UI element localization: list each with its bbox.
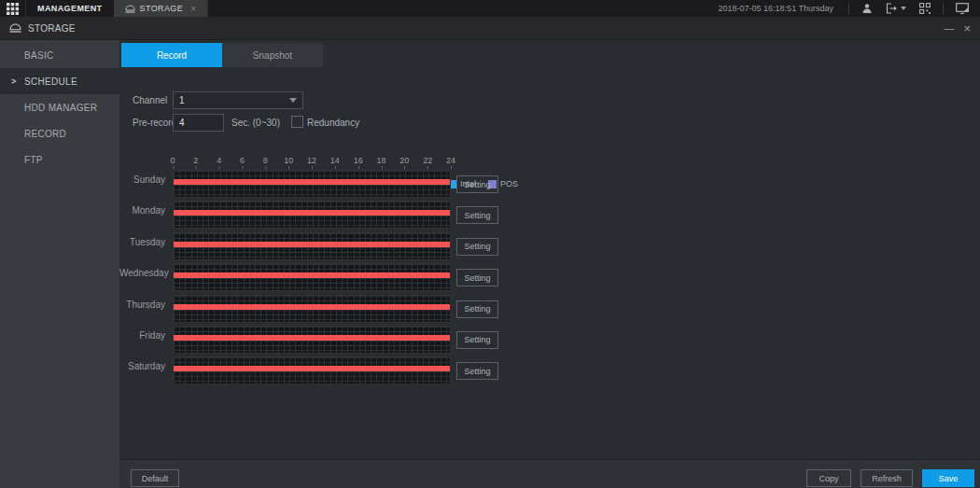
sidebar: BASIC > SCHEDULE HDD MANAGER RECORD FTP xyxy=(0,40,119,488)
taskbar-separator xyxy=(848,3,849,14)
tab-snapshot[interactable]: Snapshot xyxy=(222,43,323,67)
chevron-down-icon xyxy=(289,98,297,103)
sidebar-item-basic[interactable]: BASIC xyxy=(0,42,119,68)
channel-select[interactable]: 1 xyxy=(173,91,303,109)
schedule-bar xyxy=(174,242,450,247)
schedule-grid[interactable] xyxy=(173,263,451,291)
monitor-icon[interactable] xyxy=(949,0,980,17)
schedule-row-thursday: Thursday Setting xyxy=(119,295,980,323)
schedule-grid[interactable] xyxy=(173,170,451,198)
storage-icon xyxy=(125,5,135,13)
sidebar-item-label: RECORD xyxy=(24,129,66,139)
tab-management[interactable]: MANAGEMENT xyxy=(26,0,114,17)
day-label: Friday xyxy=(119,330,165,341)
setting-button[interactable]: Setting xyxy=(456,206,498,224)
footer-bar: Default Copy Refresh Save xyxy=(119,459,980,488)
tab-record-label: Record xyxy=(157,50,187,61)
redundancy-label: Redundancy xyxy=(307,118,359,128)
prerecord-label: Pre-record xyxy=(133,118,176,128)
redundancy-checkbox[interactable] xyxy=(291,116,303,128)
sidebar-item-label: BASIC xyxy=(24,50,54,61)
sidebar-item-record[interactable]: RECORD xyxy=(0,120,119,146)
chevron-down-icon xyxy=(901,7,906,10)
copy-button[interactable]: Copy xyxy=(806,469,851,487)
screen: MANAGEMENT STORAGE × 2018-07-05 16:18:51… xyxy=(0,0,980,488)
day-label: Sunday xyxy=(119,174,165,185)
sidebar-item-label: HDD MANAGER xyxy=(24,103,97,113)
schedule-bar xyxy=(174,366,450,371)
tab-storage[interactable]: STORAGE × xyxy=(114,0,209,17)
tab-close-icon[interactable]: × xyxy=(190,4,196,14)
setting-button[interactable]: Setting xyxy=(456,300,498,318)
day-label: Wednesday xyxy=(119,268,165,278)
minimize-button[interactable]: — xyxy=(944,22,954,34)
setting-button[interactable]: Setting xyxy=(456,175,498,193)
schedule-bar xyxy=(174,272,450,278)
apps-grid-icon[interactable] xyxy=(0,0,26,17)
channel-value: 1 xyxy=(179,95,185,105)
schedule-row-tuesday: Tuesday Setting xyxy=(119,232,980,260)
day-label: Saturday xyxy=(119,361,165,371)
schedule-grid[interactable] xyxy=(173,201,451,229)
window-titlebar: STORAGE — × xyxy=(0,17,980,40)
main-panel: Record Snapshot Channel 1 Pre-record Sec… xyxy=(119,40,980,488)
tab-record[interactable]: Record xyxy=(121,43,222,67)
refresh-button[interactable]: Refresh xyxy=(861,469,913,487)
taskbar: MANAGEMENT STORAGE × 2018-07-05 16:18:51… xyxy=(0,0,980,17)
day-label: Thursday xyxy=(119,300,165,310)
channel-label: Channel xyxy=(133,95,167,105)
day-label: Tuesday xyxy=(119,237,165,247)
schedule-row-wednesday: Wednesday Setting xyxy=(119,263,980,291)
sidebar-item-label: FTP xyxy=(24,155,43,165)
prerecord-unit-label: Sec. (0~30) xyxy=(231,118,280,128)
sidebar-item-ftp[interactable]: FTP xyxy=(0,146,119,173)
schedule-grid[interactable] xyxy=(173,232,451,260)
hour-axis: 0 2 4 6 8 10 12 14 16 18 20 22 24 xyxy=(173,156,451,170)
schedule-row-monday: Monday Setting xyxy=(119,201,980,229)
apps-grid-glyph xyxy=(7,3,19,15)
schedule-grid[interactable] xyxy=(173,295,451,323)
setting-button[interactable]: Setting xyxy=(456,238,498,256)
setting-button[interactable]: Setting xyxy=(456,331,498,349)
save-button[interactable]: Save xyxy=(922,469,974,487)
setting-button[interactable]: Setting xyxy=(456,362,498,380)
user-icon[interactable] xyxy=(855,0,879,17)
schedule-bar xyxy=(174,179,450,185)
qr-scan-icon[interactable] xyxy=(913,0,937,17)
schedule-bar xyxy=(174,210,450,216)
schedule-row-friday: Friday Setting xyxy=(119,326,980,354)
close-button[interactable]: × xyxy=(963,21,971,35)
tab-storage-label: STORAGE xyxy=(140,4,184,13)
tab-management-label: MANAGEMENT xyxy=(37,4,103,13)
active-arrow-icon: > xyxy=(11,77,17,86)
tab-snapshot-label: Snapshot xyxy=(253,50,292,61)
sidebar-item-schedule[interactable]: > SCHEDULE xyxy=(0,68,119,94)
prerecord-input[interactable] xyxy=(173,114,224,132)
taskbar-separator xyxy=(943,3,944,14)
datetime-label: 2018-07-05 16:18:51 Thursday xyxy=(719,4,833,13)
schedule-row-saturday: Saturday Setting xyxy=(119,356,980,384)
setting-button[interactable]: Setting xyxy=(456,269,498,286)
logout-icon[interactable] xyxy=(879,0,913,17)
sidebar-item-hdd-manager[interactable]: HDD MANAGER xyxy=(0,94,119,120)
schedule-bar xyxy=(174,335,450,341)
schedule-bar xyxy=(174,304,450,310)
schedule-grid[interactable] xyxy=(173,326,451,354)
schedule-grid[interactable] xyxy=(173,356,451,384)
default-button[interactable]: Default xyxy=(131,469,179,487)
schedule-row-sunday: Sunday Setting xyxy=(119,170,980,198)
storage-icon xyxy=(9,23,21,33)
sidebar-item-label: SCHEDULE xyxy=(24,77,77,87)
window-title: STORAGE xyxy=(28,23,76,34)
day-label: Monday xyxy=(119,205,165,216)
